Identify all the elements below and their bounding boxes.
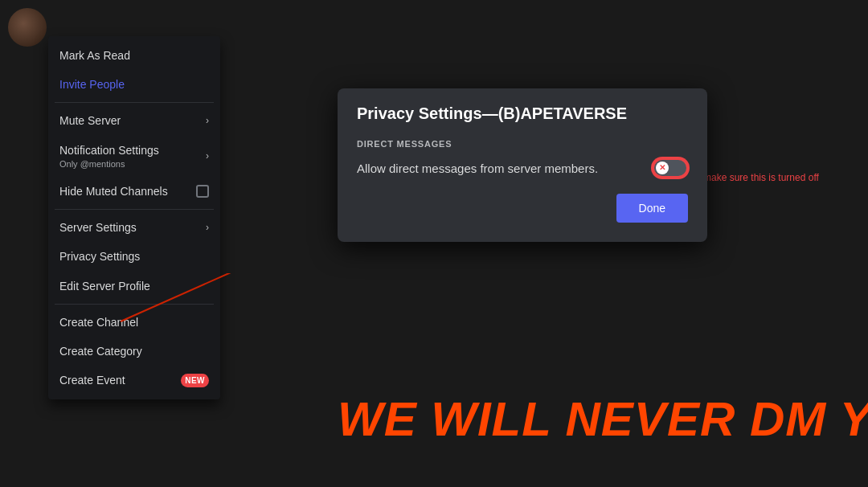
menu-item-hide-muted-channels[interactable]: Hide Muted Channels bbox=[48, 177, 220, 206]
menu-item-create-category[interactable]: Create Category bbox=[48, 337, 220, 366]
menu-item-create-event[interactable]: Create Event NEW bbox=[48, 366, 220, 395]
big-warning-text: WE WILL NEVER DM YOU bbox=[338, 391, 868, 447]
chevron-icon: › bbox=[206, 115, 209, 128]
dialog-section-label: DIRECT MESSAGES bbox=[357, 139, 688, 149]
chevron-icon-2: › bbox=[206, 150, 209, 163]
dialog-title: Privacy Settings—(B)APETAVERSE bbox=[357, 104, 688, 123]
menu-divider-2 bbox=[55, 209, 214, 210]
toggle-x-icon: ✕ bbox=[659, 164, 665, 172]
arrow-annotation bbox=[113, 273, 354, 338]
server-avatar bbox=[8, 8, 47, 47]
menu-item-mark-as-read[interactable]: Mark As Read bbox=[48, 41, 220, 70]
hide-muted-checkbox[interactable] bbox=[196, 185, 209, 198]
chevron-icon-3: › bbox=[206, 222, 209, 235]
server-icon[interactable] bbox=[8, 8, 47, 47]
menu-item-privacy-settings[interactable]: Privacy Settings bbox=[48, 242, 220, 271]
allow-dm-label: Allow direct messages from server member… bbox=[357, 162, 653, 175]
allow-dm-toggle[interactable]: ✕ bbox=[653, 158, 688, 178]
done-button[interactable]: Done bbox=[616, 194, 688, 223]
menu-item-mute-server[interactable]: Mute Server › bbox=[48, 106, 220, 135]
menu-item-invite-people[interactable]: Invite People bbox=[48, 70, 220, 99]
privacy-settings-dialog: Privacy Settings—(B)APETAVERSE DIRECT ME… bbox=[338, 88, 707, 242]
new-badge: NEW bbox=[181, 374, 209, 387]
svg-line-1 bbox=[121, 273, 338, 321]
menu-item-notification-settings[interactable]: Notification Settings Only @mentions › bbox=[48, 136, 220, 177]
annotation-text: make sure this is turned off bbox=[703, 172, 819, 183]
context-menu: Mark As Read Invite People Mute Server ›… bbox=[48, 36, 220, 399]
menu-item-server-settings[interactable]: Server Settings › bbox=[48, 213, 220, 242]
menu-divider-1 bbox=[55, 102, 214, 103]
toggle-knob: ✕ bbox=[656, 162, 669, 174]
dialog-allow-dm-row: Allow direct messages from server member… bbox=[357, 158, 688, 178]
